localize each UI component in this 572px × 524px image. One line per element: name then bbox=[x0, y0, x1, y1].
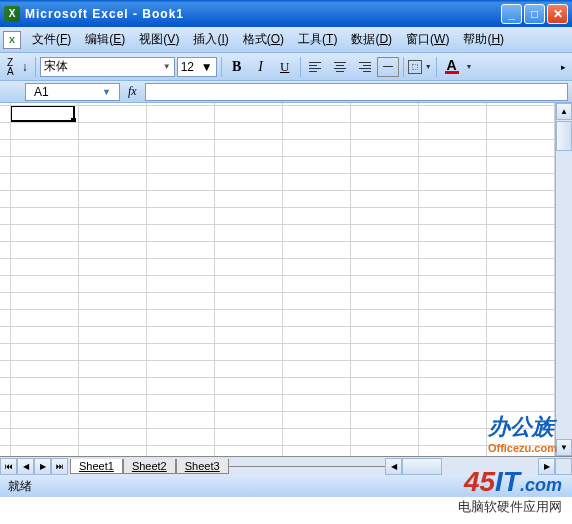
font-size-select[interactable]: 12▼ bbox=[177, 57, 217, 77]
vertical-scrollbar[interactable]: ▲ ▼ bbox=[555, 103, 572, 456]
menu-view[interactable]: 视图(V) bbox=[132, 28, 186, 51]
scroll-right-icon[interactable]: ▶ bbox=[538, 458, 555, 475]
font-name-select[interactable]: 宋体▼ bbox=[40, 57, 175, 77]
horizontal-scrollbar[interactable]: ◀ ▶ bbox=[385, 458, 555, 475]
menu-format[interactable]: 格式(O) bbox=[236, 28, 291, 51]
font-color-dropdown-icon[interactable]: ▼ bbox=[466, 63, 473, 70]
menu-insert[interactable]: 插入(I) bbox=[186, 28, 235, 51]
sheet-tab-bar: ⏮ ◀ ▶ ⏭ Sheet1 Sheet2 Sheet3 ◀ ▶ bbox=[0, 456, 572, 475]
app-logo-icon[interactable]: X bbox=[3, 31, 21, 49]
tab-last-button[interactable]: ⏭ bbox=[51, 458, 68, 475]
merge-center-button[interactable] bbox=[377, 57, 399, 77]
font-color-button[interactable]: A bbox=[441, 57, 463, 77]
titlebar: X Microsoft Excel - Book1 _ □ ✕ bbox=[0, 0, 572, 27]
status-text: 就绪 bbox=[8, 478, 32, 495]
sheet-tab-2[interactable]: Sheet2 bbox=[123, 459, 176, 474]
vscroll-thumb[interactable] bbox=[556, 121, 572, 151]
cell-grid[interactable] bbox=[0, 103, 555, 456]
menu-tools[interactable]: 工具(T) bbox=[291, 28, 344, 51]
menu-help[interactable]: 帮助(H) bbox=[456, 28, 511, 51]
underline-button[interactable]: U bbox=[274, 57, 296, 77]
menu-data[interactable]: 数据(D) bbox=[344, 28, 399, 51]
scroll-down-icon[interactable]: ▼ bbox=[556, 439, 572, 456]
sheet-tab-1[interactable]: Sheet1 bbox=[70, 459, 123, 474]
borders-button[interactable] bbox=[408, 60, 422, 74]
borders-dropdown-icon[interactable]: ▼ bbox=[425, 63, 432, 70]
tab-prev-button[interactable]: ◀ bbox=[17, 458, 34, 475]
bold-button[interactable]: B bbox=[226, 57, 248, 77]
active-cell[interactable] bbox=[10, 105, 75, 122]
formula-input[interactable] bbox=[145, 83, 568, 101]
scroll-left-icon[interactable]: ◀ bbox=[385, 458, 402, 475]
statusbar: 就绪 bbox=[0, 475, 572, 497]
excel-icon: X bbox=[4, 6, 20, 22]
sort-icon[interactable]: ZA bbox=[4, 56, 17, 78]
tab-next-button[interactable]: ▶ bbox=[34, 458, 51, 475]
close-button[interactable]: ✕ bbox=[547, 4, 568, 24]
menu-window[interactable]: 窗口(W) bbox=[399, 28, 456, 51]
formatting-toolbar: ZA ↓ 宋体▼ 12▼ B I U ▼ A ▼ ▸ bbox=[0, 53, 572, 81]
italic-button[interactable]: I bbox=[250, 57, 272, 77]
align-right-button[interactable] bbox=[353, 57, 375, 77]
scroll-up-icon[interactable]: ▲ bbox=[556, 103, 572, 120]
menu-edit[interactable]: 编辑(E) bbox=[78, 28, 132, 51]
align-left-button[interactable] bbox=[305, 57, 327, 77]
sort-down-icon[interactable]: ↓ bbox=[19, 58, 31, 76]
toolbar-expand-icon[interactable]: ▸ bbox=[559, 60, 568, 74]
sheet-tab-3[interactable]: Sheet3 bbox=[176, 459, 229, 474]
menu-file[interactable]: 文件(F) bbox=[25, 28, 78, 51]
tab-first-button[interactable]: ⏮ bbox=[0, 458, 17, 475]
window-title: Microsoft Excel - Book1 bbox=[25, 7, 501, 21]
worksheet-area: ▲ ▼ bbox=[0, 103, 572, 456]
scroll-corner bbox=[555, 458, 572, 475]
minimize-button[interactable]: _ bbox=[501, 4, 522, 24]
menubar: X 文件(F) 编辑(E) 视图(V) 插入(I) 格式(O) 工具(T) 数据… bbox=[0, 27, 572, 53]
maximize-button[interactable]: □ bbox=[524, 4, 545, 24]
name-box[interactable]: A1▼ bbox=[25, 83, 120, 101]
fx-button[interactable]: fx bbox=[128, 84, 137, 99]
align-center-button[interactable] bbox=[329, 57, 351, 77]
formula-bar: A1▼ fx bbox=[0, 81, 572, 103]
hscroll-thumb[interactable] bbox=[402, 458, 442, 475]
